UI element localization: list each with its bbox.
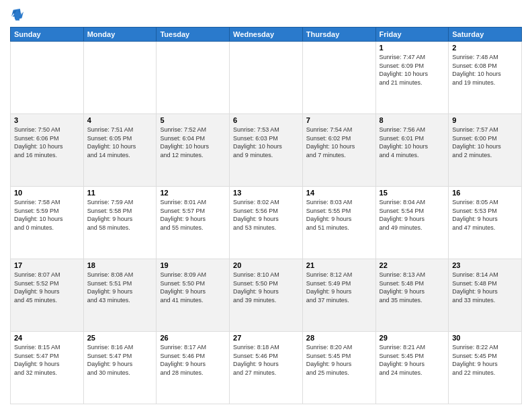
calendar-cell: 7Sunrise: 7:54 AM Sunset: 6:02 PM Daylig…	[302, 114, 375, 187]
day-number: 2	[452, 44, 518, 52]
day-info: Sunrise: 8:15 AM Sunset: 5:47 PM Dayligh…	[14, 343, 80, 377]
calendar-cell	[302, 42, 375, 114]
day-number: 4	[87, 116, 153, 124]
calendar-cell: 21Sunrise: 8:12 AM Sunset: 5:49 PM Dayli…	[302, 259, 375, 332]
calendar-cell: 23Sunrise: 8:14 AM Sunset: 5:48 PM Dayli…	[449, 259, 522, 332]
calendar-body: 1Sunrise: 7:47 AM Sunset: 6:09 PM Daylig…	[11, 42, 522, 404]
day-info: Sunrise: 8:04 AM Sunset: 5:54 PM Dayligh…	[380, 198, 445, 232]
header-saturday: Saturday	[449, 28, 522, 42]
day-number: 24	[14, 334, 80, 342]
calendar-cell: 16Sunrise: 8:05 AM Sunset: 5:53 PM Dayli…	[449, 187, 522, 259]
day-info: Sunrise: 8:16 AM Sunset: 5:47 PM Dayligh…	[87, 343, 153, 377]
day-info: Sunrise: 8:02 AM Sunset: 5:56 PM Dayligh…	[233, 198, 299, 232]
calendar-cell: 17Sunrise: 8:07 AM Sunset: 5:52 PM Dayli…	[11, 259, 84, 332]
day-number: 18	[87, 261, 153, 269]
day-info: Sunrise: 7:57 AM Sunset: 6:00 PM Dayligh…	[452, 126, 518, 159]
calendar-week-4: 24Sunrise: 8:15 AM Sunset: 5:47 PM Dayli…	[11, 332, 522, 404]
header-monday: Monday	[83, 28, 157, 42]
logo	[10, 7, 28, 21]
day-number: 15	[380, 189, 445, 197]
calendar-cell: 10Sunrise: 7:58 AM Sunset: 5:59 PM Dayli…	[11, 187, 84, 259]
calendar-cell: 26Sunrise: 8:17 AM Sunset: 5:46 PM Dayli…	[157, 332, 230, 404]
day-number: 10	[14, 189, 80, 197]
day-number: 6	[233, 116, 299, 124]
day-info: Sunrise: 8:13 AM Sunset: 5:48 PM Dayligh…	[380, 271, 445, 304]
day-info: Sunrise: 8:07 AM Sunset: 5:52 PM Dayligh…	[14, 271, 80, 304]
header-friday: Friday	[375, 28, 449, 42]
day-number: 11	[87, 189, 153, 197]
day-info: Sunrise: 7:51 AM Sunset: 6:05 PM Dayligh…	[87, 126, 153, 159]
day-number: 14	[306, 189, 372, 197]
day-number: 28	[306, 334, 372, 342]
calendar-cell: 9Sunrise: 7:57 AM Sunset: 6:00 PM Daylig…	[449, 114, 522, 187]
header	[10, 7, 522, 21]
calendar-cell: 2Sunrise: 7:48 AM Sunset: 6:08 PM Daylig…	[449, 42, 522, 114]
calendar-cell: 27Sunrise: 8:18 AM Sunset: 5:46 PM Dayli…	[230, 332, 303, 404]
day-info: Sunrise: 8:05 AM Sunset: 5:53 PM Dayligh…	[452, 198, 518, 232]
day-number: 27	[233, 334, 299, 342]
day-number: 30	[452, 334, 518, 342]
day-number: 9	[452, 116, 518, 124]
day-info: Sunrise: 7:47 AM Sunset: 6:09 PM Dayligh…	[380, 53, 445, 87]
day-info: Sunrise: 8:12 AM Sunset: 5:49 PM Dayligh…	[306, 271, 372, 304]
day-info: Sunrise: 8:20 AM Sunset: 5:45 PM Dayligh…	[306, 343, 372, 377]
calendar-cell	[11, 42, 84, 114]
calendar-cell: 20Sunrise: 8:10 AM Sunset: 5:50 PM Dayli…	[230, 259, 303, 332]
day-number: 20	[233, 261, 299, 269]
day-number: 8	[380, 116, 445, 124]
day-number: 5	[160, 116, 226, 124]
calendar-table: Sunday Monday Tuesday Wednesday Thursday…	[10, 27, 522, 404]
calendar-cell: 30Sunrise: 8:22 AM Sunset: 5:45 PM Dayli…	[449, 332, 522, 404]
header-sunday: Sunday	[11, 28, 84, 42]
day-info: Sunrise: 8:21 AM Sunset: 5:45 PM Dayligh…	[380, 343, 445, 377]
day-info: Sunrise: 8:14 AM Sunset: 5:48 PM Dayligh…	[452, 271, 518, 304]
calendar-cell: 22Sunrise: 8:13 AM Sunset: 5:48 PM Dayli…	[375, 259, 449, 332]
day-info: Sunrise: 8:08 AM Sunset: 5:51 PM Dayligh…	[87, 271, 153, 304]
day-number: 22	[380, 261, 445, 269]
calendar-cell: 13Sunrise: 8:02 AM Sunset: 5:56 PM Dayli…	[230, 187, 303, 259]
calendar-cell: 25Sunrise: 8:16 AM Sunset: 5:47 PM Dayli…	[83, 332, 157, 404]
header-wednesday: Wednesday	[230, 28, 303, 42]
calendar-cell: 18Sunrise: 8:08 AM Sunset: 5:51 PM Dayli…	[83, 259, 157, 332]
day-info: Sunrise: 7:58 AM Sunset: 5:59 PM Dayligh…	[14, 198, 80, 232]
day-number: 3	[14, 116, 80, 124]
day-number: 19	[160, 261, 226, 269]
day-info: Sunrise: 8:18 AM Sunset: 5:46 PM Dayligh…	[233, 343, 299, 377]
calendar-cell: 15Sunrise: 8:04 AM Sunset: 5:54 PM Dayli…	[375, 187, 449, 259]
calendar-week-1: 3Sunrise: 7:50 AM Sunset: 6:06 PM Daylig…	[11, 114, 522, 187]
day-info: Sunrise: 8:17 AM Sunset: 5:46 PM Dayligh…	[160, 343, 226, 377]
day-info: Sunrise: 7:50 AM Sunset: 6:06 PM Dayligh…	[14, 126, 80, 159]
calendar-cell: 19Sunrise: 8:09 AM Sunset: 5:50 PM Dayli…	[157, 259, 230, 332]
logo-icon	[10, 7, 25, 21]
day-info: Sunrise: 7:48 AM Sunset: 6:08 PM Dayligh…	[452, 53, 518, 87]
day-number: 1	[380, 44, 445, 52]
header-thursday: Thursday	[302, 28, 375, 42]
day-number: 21	[306, 261, 372, 269]
calendar-week-2: 10Sunrise: 7:58 AM Sunset: 5:59 PM Dayli…	[11, 187, 522, 259]
calendar-cell: 29Sunrise: 8:21 AM Sunset: 5:45 PM Dayli…	[375, 332, 449, 404]
day-number: 7	[306, 116, 372, 124]
day-info: Sunrise: 7:56 AM Sunset: 6:01 PM Dayligh…	[380, 126, 445, 159]
day-info: Sunrise: 8:01 AM Sunset: 5:57 PM Dayligh…	[160, 198, 226, 232]
calendar-cell	[230, 42, 303, 114]
day-number: 29	[380, 334, 445, 342]
day-info: Sunrise: 7:59 AM Sunset: 5:58 PM Dayligh…	[87, 198, 153, 232]
calendar-cell: 6Sunrise: 7:53 AM Sunset: 6:03 PM Daylig…	[230, 114, 303, 187]
day-info: Sunrise: 8:22 AM Sunset: 5:45 PM Dayligh…	[452, 343, 518, 377]
calendar-week-0: 1Sunrise: 7:47 AM Sunset: 6:09 PM Daylig…	[11, 42, 522, 114]
calendar-week-3: 17Sunrise: 8:07 AM Sunset: 5:52 PM Dayli…	[11, 259, 522, 332]
calendar-cell	[83, 42, 157, 114]
day-number: 16	[452, 189, 518, 197]
day-info: Sunrise: 7:52 AM Sunset: 6:04 PM Dayligh…	[160, 126, 226, 159]
page: Sunday Monday Tuesday Wednesday Thursday…	[0, 0, 532, 411]
calendar-cell	[157, 42, 230, 114]
day-info: Sunrise: 7:54 AM Sunset: 6:02 PM Dayligh…	[306, 126, 372, 159]
calendar-cell: 28Sunrise: 8:20 AM Sunset: 5:45 PM Dayli…	[302, 332, 375, 404]
day-number: 25	[87, 334, 153, 342]
day-number: 26	[160, 334, 226, 342]
calendar-cell: 14Sunrise: 8:03 AM Sunset: 5:55 PM Dayli…	[302, 187, 375, 259]
header-row: Sunday Monday Tuesday Wednesday Thursday…	[11, 28, 522, 42]
calendar-cell: 4Sunrise: 7:51 AM Sunset: 6:05 PM Daylig…	[83, 114, 157, 187]
calendar-cell: 12Sunrise: 8:01 AM Sunset: 5:57 PM Dayli…	[157, 187, 230, 259]
calendar-cell: 8Sunrise: 7:56 AM Sunset: 6:01 PM Daylig…	[375, 114, 449, 187]
